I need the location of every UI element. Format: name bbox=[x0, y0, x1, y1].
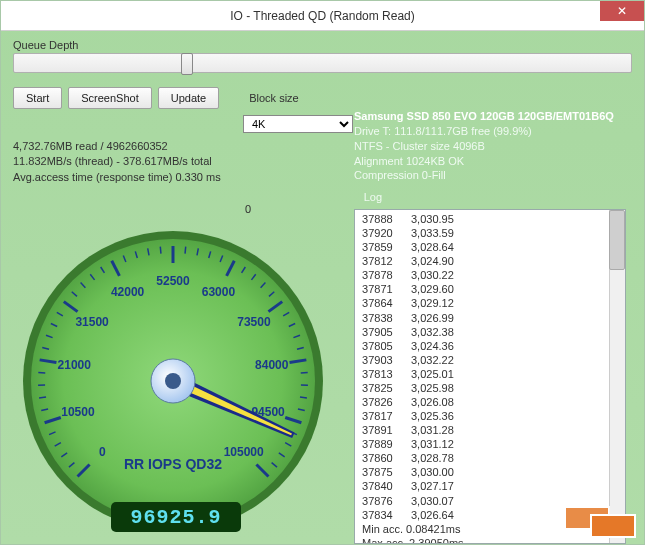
drive-alignment: Alignment 1024KB OK bbox=[354, 154, 626, 169]
drive-fs: NTFS - Cluster size 4096B bbox=[354, 139, 626, 154]
queue-depth-label: Queue Depth bbox=[13, 39, 632, 51]
update-button[interactable]: Update bbox=[158, 87, 219, 109]
log-box[interactable]: 37888 3,030.95 37920 3,033.59 37859 3,02… bbox=[354, 209, 626, 544]
svg-line-11 bbox=[39, 397, 46, 398]
svg-text:31500: 31500 bbox=[75, 315, 109, 329]
svg-line-54 bbox=[300, 397, 307, 398]
gauge: 0105002100031500420005250063000735008400… bbox=[13, 221, 333, 541]
close-button[interactable]: ✕ bbox=[600, 1, 644, 21]
svg-line-31 bbox=[160, 247, 161, 254]
log-scrollbar-thumb[interactable] bbox=[609, 210, 625, 270]
queue-depth-slider[interactable] bbox=[13, 53, 632, 73]
svg-text:105000: 105000 bbox=[224, 445, 264, 459]
close-icon: ✕ bbox=[617, 4, 627, 18]
gauge-svg: 0105002100031500420005250063000735008400… bbox=[13, 221, 333, 541]
svg-line-34 bbox=[185, 247, 186, 254]
window-title: IO - Threaded QD (Random Read) bbox=[1, 9, 644, 23]
drive-compression: Compression 0-Fill bbox=[354, 168, 626, 183]
svg-text:73500: 73500 bbox=[237, 315, 271, 329]
start-button[interactable]: Start bbox=[13, 87, 62, 109]
drive-free: Drive T: 111.8/111.7GB free (99.9%) bbox=[354, 124, 626, 139]
app-window: IO - Threaded QD (Random Read) ✕ Queue D… bbox=[0, 0, 645, 545]
watermark-icon bbox=[590, 514, 636, 538]
block-size-select[interactable]: 4K bbox=[243, 115, 353, 133]
svg-text:42000: 42000 bbox=[111, 285, 145, 299]
block-size-label: Block size bbox=[249, 92, 299, 104]
titlebar: IO - Threaded QD (Random Read) ✕ bbox=[1, 1, 644, 31]
svg-point-67 bbox=[165, 373, 181, 389]
content-area: Queue Depth Start ScreenShot Update Bloc… bbox=[1, 31, 644, 544]
log-content: 37888 3,030.95 37920 3,033.59 37859 3,02… bbox=[355, 210, 625, 544]
drive-info: Samsung SSD 850 EVO 120GB 120GB/EMT01B6Q… bbox=[354, 109, 626, 183]
svg-text:63000: 63000 bbox=[202, 285, 236, 299]
svg-text:52500: 52500 bbox=[156, 274, 190, 288]
gauge-lcd: 96925.9 bbox=[111, 502, 241, 532]
screenshot-button[interactable]: ScreenShot bbox=[68, 87, 151, 109]
slider-thumb[interactable] bbox=[181, 53, 193, 75]
log-scrollbar[interactable] bbox=[609, 210, 625, 543]
drive-name: Samsung SSD 850 EVO 120GB 120GB/EMT01B6Q bbox=[354, 109, 626, 124]
svg-text:10500: 10500 bbox=[61, 405, 95, 419]
svg-text:84000: 84000 bbox=[255, 358, 289, 372]
log-label: Log bbox=[364, 191, 382, 203]
svg-text:21000: 21000 bbox=[58, 358, 92, 372]
stat-zero: 0 bbox=[245, 203, 251, 215]
gauge-label: RR IOPS QD32 bbox=[124, 456, 222, 472]
button-row: Start ScreenShot Update Block size bbox=[13, 87, 632, 109]
svg-text:0: 0 bbox=[99, 445, 106, 459]
